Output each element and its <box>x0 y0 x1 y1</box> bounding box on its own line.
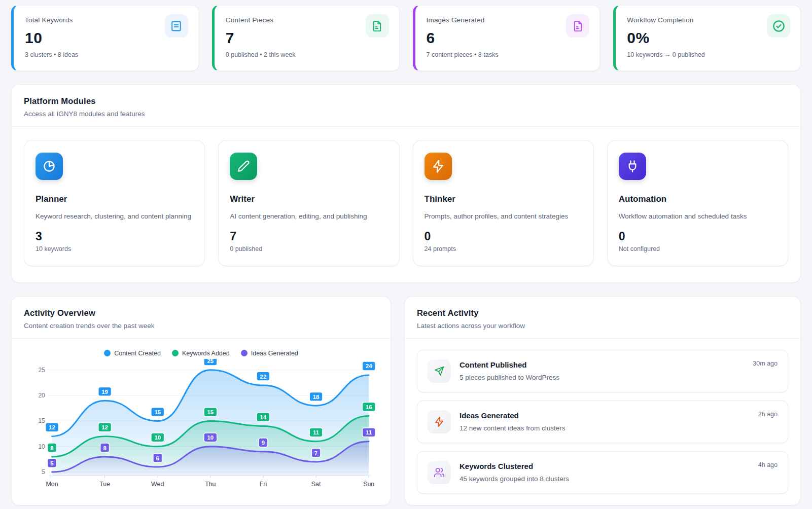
platform-modules-header: Platform Modules Access all IGNY8 module… <box>12 85 800 126</box>
activity-list: Content Published 5 pieces published to … <box>405 339 800 505</box>
svg-text:11: 11 <box>366 429 372 435</box>
stat-value: 6 <box>427 29 589 47</box>
module-title: Writer <box>230 194 387 204</box>
activity-title: Ideas Generated <box>460 410 566 420</box>
section-subtitle: Latest actions across your workflow <box>417 322 788 330</box>
section-title: Platform Modules <box>24 96 788 106</box>
legend-label: Keywords Added <box>182 350 230 357</box>
svg-text:15: 15 <box>154 409 161 415</box>
legend-dot-icon <box>241 350 248 356</box>
svg-text:Thu: Thu <box>205 480 216 487</box>
svg-text:10: 10 <box>154 434 161 441</box>
module-card-automation[interactable]: Automation Workflow automation and sched… <box>607 140 788 266</box>
svg-text:25: 25 <box>38 366 45 373</box>
activity-line-chart: 510152025MonTueWedThuFriSatSun1219152522… <box>24 359 378 491</box>
users-icon <box>428 461 451 484</box>
legend-dot-icon <box>172 350 179 356</box>
image-file-icon <box>566 14 589 38</box>
svg-text:7: 7 <box>314 450 317 456</box>
activity-text: Ideas Generated 12 new content ideas fro… <box>460 410 566 432</box>
svg-text:19: 19 <box>101 388 108 394</box>
module-description: Prompts, author profiles, and content st… <box>425 211 582 222</box>
svg-text:22: 22 <box>260 373 267 379</box>
module-caption: Not configured <box>619 245 776 252</box>
stat-value: 0% <box>627 29 789 47</box>
module-description: Keyword research, clustering, and conten… <box>36 211 193 222</box>
module-value: 3 <box>36 230 193 243</box>
svg-text:10: 10 <box>38 443 45 450</box>
svg-text:Sat: Sat <box>311 480 321 487</box>
stat-title: Content Pieces <box>226 16 388 24</box>
svg-text:24: 24 <box>366 363 372 369</box>
activity-text: Content Published 5 pieces published to … <box>460 359 559 381</box>
activity-timestamp: 2h ago <box>758 411 778 418</box>
svg-text:Mon: Mon <box>46 480 58 487</box>
legend-item[interactable]: Ideas Generated <box>241 350 298 357</box>
svg-text:9: 9 <box>262 440 265 446</box>
stat-value: 7 <box>226 29 388 47</box>
stat-title: Total Keywords <box>25 16 187 24</box>
svg-text:5: 5 <box>42 468 45 476</box>
svg-text:12: 12 <box>49 424 55 430</box>
recent-activity-panel: Recent Activity Latest actions across yo… <box>404 296 801 505</box>
file-text-icon <box>366 14 389 38</box>
modules-grid: Planner Keyword research, clustering, an… <box>12 127 800 282</box>
legend-dot-icon <box>104 350 111 356</box>
pie-chart-icon <box>36 153 63 180</box>
activity-title: Keywords Clustered <box>460 461 569 470</box>
section-title: Recent Activity <box>417 308 788 318</box>
module-card-thinker[interactable]: Thinker Prompts, author profiles, and co… <box>413 140 594 266</box>
svg-text:Wed: Wed <box>151 480 164 487</box>
module-title: Thinker <box>425 194 582 204</box>
svg-text:11: 11 <box>313 429 320 435</box>
module-description: AI content generation, editing, and publ… <box>230 211 387 222</box>
svg-text:14: 14 <box>260 414 267 420</box>
module-title: Automation <box>619 194 776 204</box>
svg-text:8: 8 <box>103 445 106 451</box>
stat-title: Workflow Completion <box>627 16 789 24</box>
activity-overview-panel: Activity Overview Content creation trend… <box>11 296 391 505</box>
stat-caption: 10 keywords → 0 published <box>627 51 789 58</box>
stat-value: 10 <box>25 29 187 47</box>
svg-text:25: 25 <box>207 359 214 364</box>
recent-activity-header: Recent Activity Latest actions across yo… <box>405 297 800 338</box>
module-card-planner[interactable]: Planner Keyword research, clustering, an… <box>24 140 205 266</box>
activity-overview-header: Activity Overview Content creation trend… <box>12 297 391 338</box>
svg-text:15: 15 <box>207 409 214 415</box>
legend-item[interactable]: Content Created <box>104 350 161 357</box>
activity-item-ideas-generated: Ideas Generated 12 new content ideas fro… <box>417 401 788 443</box>
stat-caption: 3 clusters • 8 ideas <box>25 51 187 58</box>
activity-item-content-published: Content Published 5 pieces published to … <box>417 350 788 392</box>
module-card-writer[interactable]: Writer AI content generation, editing, a… <box>218 140 399 266</box>
stat-card-images-generated: Images Generated 6 7 content pieces • 8 … <box>413 5 601 71</box>
module-description: Workflow automation and scheduled tasks <box>619 211 776 222</box>
svg-text:5: 5 <box>50 460 54 466</box>
module-title: Planner <box>36 194 193 204</box>
svg-text:8: 8 <box>50 445 53 451</box>
activity-description: 45 keywords grouped into 8 clusters <box>460 475 569 483</box>
activity-timestamp: 4h ago <box>758 461 778 468</box>
activity-description: 5 pieces published to WordPress <box>460 374 559 381</box>
svg-text:Sun: Sun <box>363 480 374 487</box>
lightning-icon <box>428 410 451 433</box>
module-value: 0 <box>619 230 776 243</box>
svg-text:20: 20 <box>38 392 45 399</box>
stat-card-workflow-completion: Workflow Completion 0% 10 keywords → 0 p… <box>613 5 801 71</box>
svg-text:Fri: Fri <box>260 480 267 487</box>
section-subtitle: Content creation trends over the past we… <box>24 322 378 330</box>
activity-timestamp: 30m ago <box>753 360 778 367</box>
platform-modules-panel: Platform Modules Access all IGNY8 module… <box>11 84 801 283</box>
stats-row: Total Keywords 10 3 clusters • 8 ideas C… <box>11 5 801 71</box>
stat-caption: 0 published • 2 this week <box>226 51 388 58</box>
check-circle-icon <box>767 14 790 38</box>
plug-icon <box>619 153 646 180</box>
svg-text:16: 16 <box>366 404 372 410</box>
module-caption: 10 keywords <box>36 245 193 252</box>
lightning-icon <box>425 153 452 180</box>
send-icon <box>428 359 451 383</box>
activity-description: 12 new content ideas from clusters <box>460 424 566 432</box>
legend-item[interactable]: Keywords Added <box>172 350 230 357</box>
svg-text:18: 18 <box>313 393 320 399</box>
activity-text: Keywords Clustered 45 keywords grouped i… <box>460 461 569 483</box>
stat-title: Images Generated <box>427 16 589 24</box>
